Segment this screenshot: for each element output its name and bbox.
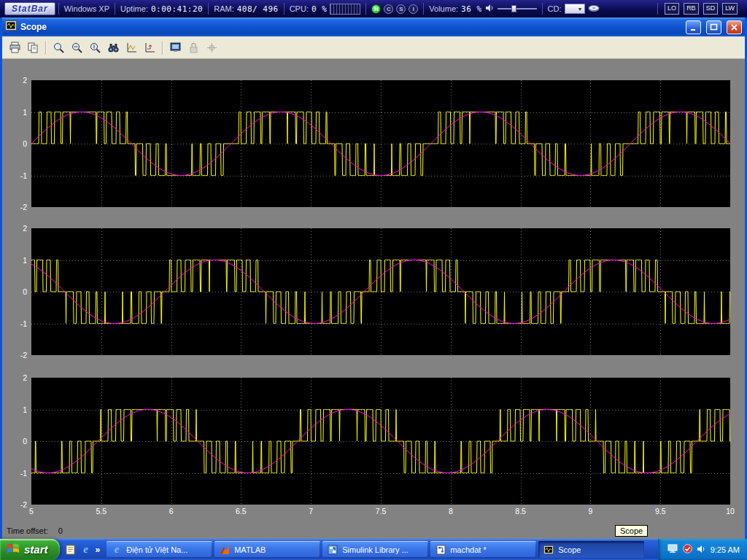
statbar-indicators: N C S I — [365, 3, 423, 15]
statbar-volume: Volume: 36 % — [423, 3, 541, 15]
y-tick-label: 2 — [23, 373, 27, 382]
drive-button-lo[interactable]: LO — [665, 3, 679, 15]
cpu-history-graph — [330, 4, 360, 15]
indicator-insert[interactable]: I — [409, 4, 418, 14]
scope-client-area: 210-1-2 210-1-2 210-1-2 55.566.577.588.5… — [2, 59, 745, 539]
drive-button-sd[interactable]: SD — [703, 3, 719, 15]
task-button-machdat[interactable]: machdat * — [430, 541, 536, 558]
cpu-value: 0 % — [311, 4, 327, 14]
statbar-logo: StatBar — [4, 2, 55, 15]
internet-explorer-icon[interactable]: e — [80, 544, 92, 556]
scope-toolbar — [2, 36, 745, 59]
x-tick-label: 5 — [29, 507, 34, 516]
drive-button-lw[interactable]: LW — [722, 3, 738, 15]
minimize-button[interactable] — [686, 20, 701, 34]
statbar-cpu: CPU: 0 % — [284, 3, 366, 15]
y-axis-labels-3: 210-1-2 — [8, 378, 28, 505]
x-tick-label: 6.5 — [236, 507, 247, 516]
statbar-os: Windows XP — [58, 3, 115, 15]
cd-drive-dropdown[interactable]: ▼ — [565, 4, 585, 14]
x-tick-label: 9.5 — [655, 507, 666, 516]
y-axis-labels-2: 210-1-2 — [8, 228, 28, 355]
start-button[interactable]: start — [0, 539, 60, 560]
scope-plot-canvas-2[interactable] — [31, 228, 730, 355]
y-tick-label: -1 — [20, 319, 27, 328]
cd-label: CD: — [548, 4, 562, 13]
y-tick-label: -1 — [20, 469, 27, 478]
antivirus-icon[interactable] — [683, 544, 692, 555]
indicator-scroll-lock[interactable]: S — [396, 4, 406, 14]
volume-label: Volume: — [429, 4, 458, 13]
restore-axes-button[interactable] — [141, 39, 158, 56]
scope-window-icon — [5, 20, 17, 34]
y-tick-label: 0 — [23, 139, 27, 148]
parameters-button[interactable] — [24, 39, 42, 56]
y-tick-label: 1 — [23, 256, 27, 265]
x-tick-label: 7 — [309, 507, 313, 516]
task-button-simulink-library[interactable]: Simulink Library ... — [322, 541, 428, 558]
print-button[interactable] — [6, 39, 23, 56]
quick-launch-overflow-chevron[interactable]: » — [96, 545, 101, 555]
zoom-y-button[interactable] — [86, 39, 104, 56]
start-label: start — [24, 543, 48, 556]
indicator-caps-lock[interactable]: C — [384, 4, 393, 14]
x-tick-label: 7.5 — [376, 507, 387, 516]
y-axis-labels-1: 210-1-2 — [8, 80, 28, 207]
task-label: Simulink Library ... — [342, 545, 408, 554]
cd-eject-icon[interactable] — [588, 4, 600, 14]
y-tick-label: 0 — [23, 287, 27, 296]
tooltip: Scope — [615, 525, 648, 537]
x-tick-label: 10 — [726, 507, 735, 516]
y-tick-label: -2 — [20, 203, 27, 211]
time-offset-label: Time offset: — [7, 526, 48, 535]
signal-selection-button — [203, 39, 220, 56]
scope-window: Scope — [0, 18, 747, 539]
zoom-button[interactable] — [50, 39, 67, 56]
drive-button-rb[interactable]: RB — [684, 3, 699, 15]
scope-plot-canvas-3[interactable] — [31, 378, 730, 505]
windows-flag-icon — [6, 542, 20, 557]
zoom-x-button[interactable] — [68, 39, 85, 56]
statbar-cd: CD: ▼ — [542, 3, 605, 15]
x-tick-label: 6 — [169, 507, 174, 516]
cpu-label: CPU: — [290, 4, 309, 13]
internet-explorer-icon: e — [111, 544, 123, 556]
display-settings-icon[interactable] — [667, 544, 678, 555]
time-offset-value: 0 — [58, 526, 63, 535]
volume-slider-thumb[interactable] — [511, 5, 516, 12]
taskbar-clock: 9:25 AM — [711, 545, 740, 554]
task-button-dien-tu-viet[interactable]: e Điện tử Việt Na... — [107, 541, 212, 558]
autoscale-button[interactable] — [104, 39, 122, 56]
maximize-button[interactable] — [706, 20, 721, 34]
task-buttons: e Điện tử Việt Na... MATLAB Simulink Lib… — [105, 539, 657, 560]
task-label: Scope — [558, 545, 581, 554]
indicator-num-lock[interactable]: N — [371, 4, 381, 14]
floating-scope-button[interactable] — [166, 39, 184, 56]
volume-slider-groove — [498, 8, 537, 9]
x-tick-label: 5.5 — [96, 507, 107, 516]
notes-icon[interactable] — [65, 544, 77, 556]
lock-axes-button — [185, 39, 202, 56]
y-tick-label: 1 — [23, 108, 27, 117]
scope-plot-canvas-1[interactable] — [31, 80, 730, 207]
save-axes-button[interactable] — [123, 39, 140, 56]
close-button[interactable] — [727, 20, 742, 34]
volume-tray-icon[interactable] — [697, 545, 706, 555]
y-tick-label: 1 — [23, 405, 27, 414]
volume-slider[interactable] — [498, 4, 537, 13]
matlab-icon — [219, 544, 231, 556]
uptime-label: Uptime: — [120, 4, 148, 13]
y-tick-label: 0 — [23, 437, 27, 446]
task-button-scope[interactable]: Scope — [538, 541, 644, 558]
task-button-matlab[interactable]: MATLAB — [214, 541, 320, 558]
scope-icon — [543, 544, 554, 556]
title-bar[interactable]: Scope — [2, 18, 745, 36]
os-label: Windows XP — [64, 4, 109, 13]
ram-value: 408/ 496 — [237, 4, 279, 14]
task-label: machdat * — [450, 545, 487, 554]
quick-launch: e » — [60, 539, 106, 560]
taskbar: start e » e Điện tử Việt Na... MATLAB — [0, 539, 747, 560]
x-tick-label: 8 — [449, 507, 453, 516]
speaker-icon[interactable] — [485, 4, 495, 14]
system-tray: 9:25 AM — [658, 539, 747, 560]
